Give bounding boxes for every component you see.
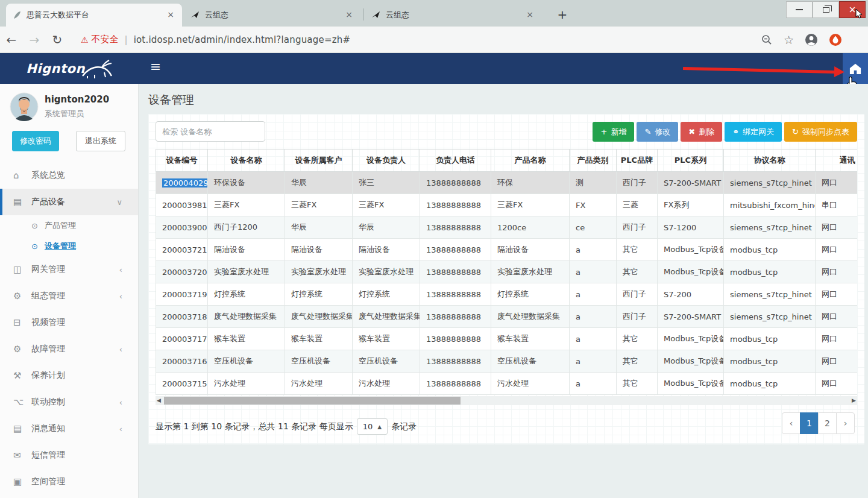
minimize-button[interactable] (786, 1, 813, 18)
table-cell: 三菱FX (353, 194, 420, 216)
sitemap-icon: ⌥ (13, 397, 31, 408)
sidebar-item-3[interactable]: ⊙设备管理 (0, 236, 138, 256)
profile-icon[interactable] (805, 33, 818, 46)
sidebar-item-9[interactable]: ⌥联动控制‹ (0, 389, 138, 415)
close-button[interactable]: × (839, 1, 866, 18)
table-cell: 13888888888 (420, 261, 491, 283)
table-cell: 1200ce (491, 216, 570, 239)
cross-icon: ✖ (688, 127, 695, 136)
bookmark-star-icon[interactable]: ☆ (784, 33, 794, 46)
url-field[interactable]: ⚠ 不安全 | iot.idosp.net/admin/index.html?l… (72, 30, 753, 49)
zoom-out-icon[interactable] (761, 34, 773, 46)
sidebar-item-1[interactable]: ▤产品设备∨ (0, 189, 138, 215)
table-row[interactable]: 200003719灯控系统灯控系统灯控系统13888888888灯控系统a西门子… (156, 283, 858, 306)
search-input[interactable] (156, 121, 265, 142)
brand-logo: Hignton (0, 53, 139, 84)
table-row[interactable]: 200003717猴车装置猴车装置猴车装置13888888888猴车装置a其它M… (156, 328, 858, 350)
tab-title: 思普云大数据平台 (27, 10, 165, 20)
page-size-select[interactable]: 10 ▲ (357, 418, 388, 435)
table-row[interactable]: 200003900西门子1200华辰华辰138888888881200cece西… (156, 216, 858, 239)
scrollbar-thumb[interactable] (164, 397, 461, 405)
forward-icon[interactable]: → (23, 33, 46, 47)
sidebar-item-5[interactable]: ⚙组态管理‹ (0, 283, 138, 309)
force-sync-button[interactable]: ↻强制同步点表 (784, 122, 857, 142)
back-icon[interactable]: ← (0, 33, 23, 47)
edit-button[interactable]: ✎修改 (637, 122, 678, 142)
page-button-1[interactable]: 1 (800, 412, 819, 434)
sidebar-item-2[interactable]: ⊙产品管理 (0, 215, 138, 236)
table-row[interactable]: 200003715污水处理污水处理污水处理13888888888污水处理a其它M… (156, 373, 858, 395)
table-cell: 西门子 (617, 306, 658, 328)
table-row[interactable]: 200003720实验室废水处理实验室废水处理实验室废水处理1388888888… (156, 261, 858, 283)
table-row[interactable]: 200003716空压机设备空压机设备空压机设备13888888888空压机设备… (156, 350, 858, 373)
add-button[interactable]: +新增 (593, 122, 634, 142)
restore-button[interactable] (813, 1, 839, 18)
sidebar: hignton2020 系统管理员 修改密码 退出系统 ⌂系统总览▤产品设备∨⊙… (0, 84, 139, 498)
column-header[interactable]: 通讯 (816, 150, 858, 172)
sidebar-item-6[interactable]: ⊟视频管理 (0, 309, 138, 336)
change-password-button[interactable]: 修改密码 (12, 131, 59, 151)
table-cell: siemens_s7tcp_hinet (724, 306, 816, 328)
table-cell: 猴车装置 (208, 328, 285, 350)
table-cell: 其它 (617, 373, 658, 395)
column-header[interactable]: 设备负责人 (353, 150, 420, 172)
tab-close-icon[interactable]: × (344, 10, 354, 20)
table-cell: 网口 (816, 283, 858, 306)
prev-page-button[interactable]: ‹ (782, 412, 800, 434)
sidebar-item-7[interactable]: ⚙故障管理‹ (0, 336, 138, 362)
sidebar-item-11[interactable]: ✉短信管理 (0, 442, 138, 468)
user-name: hignton2020 (45, 94, 109, 105)
next-page-button[interactable]: › (836, 412, 855, 434)
sidebar-item-4[interactable]: ◫网关管理‹ (0, 256, 138, 283)
sidebar-item-10[interactable]: ▤消息通知‹ (0, 415, 138, 442)
column-header[interactable]: 产品类别 (570, 150, 617, 172)
table-cell: S7-1200 (658, 216, 724, 239)
action-toolbar: +新增 ✎修改 ✖删除 ⚭绑定网关 ↻强制同步点表 (593, 122, 857, 142)
column-header[interactable]: 协议名称 (724, 150, 816, 172)
table-cell: a (570, 261, 617, 283)
column-header[interactable]: 设备名称 (208, 150, 285, 172)
table-row[interactable]: 200003718废气处理数据采集废气处理数据采集废气处理数据采集1388888… (156, 306, 858, 328)
sidebar-item-8[interactable]: ⚒保养计划 (0, 362, 138, 389)
table-cell: 灯控系统 (353, 283, 420, 306)
main-content: 设备管理 +新增 ✎修改 ✖删除 ⚭绑定网关 ↻强制同步点表 设备编号设备名称设… (139, 84, 868, 498)
table-cell: 废气处理数据采集 (285, 306, 353, 328)
sidebar-item-0[interactable]: ⌂系统总览 (0, 162, 138, 189)
tab-close-icon[interactable]: × (165, 10, 176, 20)
column-header[interactable]: 产品名称 (491, 150, 570, 172)
tab-close-icon[interactable]: × (524, 10, 535, 20)
table-cell: 实验室废水处理 (353, 261, 420, 283)
table-row[interactable]: 200004029环保设备华辰张三13888888888环保测西门子S7-200… (156, 172, 858, 194)
bind-gateway-button[interactable]: ⚭绑定网关 (725, 122, 782, 142)
scroll-right-icon[interactable]: ▶ (852, 397, 856, 403)
table-cell: 网口 (816, 239, 858, 261)
column-header[interactable]: 设备所属客户 (285, 150, 353, 172)
new-tab-button[interactable]: + (555, 7, 570, 23)
scroll-left-icon[interactable]: ◀ (157, 397, 161, 403)
reload-icon[interactable]: ↻ (46, 33, 69, 47)
sidebar-item-12[interactable]: ▣空间管理 (0, 468, 138, 495)
browser-tab-3[interactable]: 云组态 × (365, 4, 541, 27)
table-cell: 西门子 (617, 172, 658, 194)
browser-tab-1[interactable]: 思普云大数据平台 × (6, 4, 182, 27)
browser-tab-2[interactable]: 云组态 × (184, 4, 360, 27)
table-cell: a (570, 283, 617, 306)
logout-button[interactable]: 退出系统 (76, 131, 125, 151)
table-cell: 串口 (816, 194, 858, 216)
browser-update-icon[interactable] (829, 33, 842, 46)
table-row[interactable]: 200003721隔油设备隔油设备隔油设备13888888888隔油设备a其它M… (156, 239, 858, 261)
table-cell: Modbus_Tcp设备 (658, 239, 724, 261)
user-avatar[interactable] (10, 92, 39, 121)
browser-addressbar: ← → ↻ ⚠ 不安全 | iot.idosp.net/admin/index.… (0, 27, 868, 53)
delete-button[interactable]: ✖删除 (681, 122, 722, 142)
table-cell: 空压机设备 (353, 350, 420, 373)
column-header[interactable]: 设备编号 (156, 150, 208, 172)
column-header[interactable]: PLC品牌 (617, 150, 658, 172)
page-button-2[interactable]: 2 (818, 412, 837, 434)
sidebar-toggle-icon[interactable]: ≡ (146, 59, 165, 74)
security-warning[interactable]: ⚠ 不安全 (81, 34, 119, 45)
horizontal-scrollbar[interactable]: ◀ ▶ (156, 396, 857, 405)
column-header[interactable]: PLC系列 (658, 150, 724, 172)
table-row[interactable]: 200003981三菱FX三菱FX三菱FX13888888888三菱FXFX三菱… (156, 194, 858, 216)
column-header[interactable]: 负责人电话 (420, 150, 491, 172)
